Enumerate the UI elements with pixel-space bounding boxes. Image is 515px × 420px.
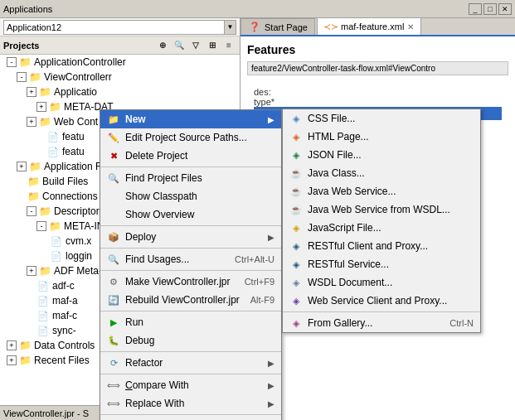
layout-icon[interactable]: ⊞: [205, 38, 220, 53]
file-icon: 📄: [36, 294, 50, 307]
app-dropdown[interactable]: Application12: [3, 20, 225, 35]
find-icon: 🔍: [107, 171, 120, 185]
menu-item-text: Make ViewController.jpr: [125, 276, 240, 287]
expand-icon[interactable]: -: [27, 206, 36, 216]
close-button[interactable]: ✕: [498, 3, 512, 15]
new-submenu: ◈ CSS File... ◈ HTML Page... ◈ JSON File…: [282, 109, 481, 333]
new-project-icon[interactable]: ⊕: [155, 38, 170, 53]
menu-item-show-classpath[interactable]: Show Classpath: [100, 187, 281, 205]
menu-item-text: From Gallery...: [308, 317, 445, 329]
menu-item-text: WSDL Document...: [308, 277, 474, 288]
compare-icon: ⟺: [107, 379, 120, 392]
more-icon[interactable]: ≡: [221, 38, 236, 53]
tree-item-label: Data Controls: [34, 340, 95, 351]
submenu-item-json[interactable]: ◈ JSON File...: [283, 146, 480, 164]
expand-icon[interactable]: +: [27, 266, 36, 276]
tree-item-label: loggin: [66, 250, 92, 262]
folder-icon: 📁: [18, 339, 32, 352]
menu-separator: [100, 270, 281, 271]
expand-icon[interactable]: -: [17, 72, 27, 82]
tree-item-label: maf-c: [52, 310, 77, 321]
context-menu-container: 📁 New ▶ ✏️ Edit Project Source Paths... …: [100, 109, 282, 420]
submenu-item-rest-service[interactable]: ◈ RESTful Service...: [283, 255, 480, 273]
submenu-item-rest-client[interactable]: ◈ RESTful Client and Proxy...: [283, 237, 480, 255]
app-dropdown-arrow[interactable]: ▼: [225, 20, 236, 35]
tree-item-label: cvm.x: [66, 235, 91, 247]
menu-item-text: Compare With: [125, 379, 263, 391]
submenu-item-html[interactable]: ◈ HTML Page...: [283, 128, 480, 146]
folder-icon: 📁: [38, 85, 51, 99]
submenu-item-java-ws-wsdl[interactable]: ☕ Java Web Service from WSDL...: [283, 200, 480, 219]
menu-item-compare-with[interactable]: ⟺ Compare With ▶: [100, 376, 281, 394]
menu-item-make[interactable]: ⚙ Make ViewController.jpr Ctrl+F9: [100, 273, 281, 291]
context-menu: 📁 New ▶ ✏️ Edit Project Source Paths... …: [100, 109, 282, 420]
menu-item-find-files[interactable]: 🔍 Find Project Files: [100, 169, 281, 187]
search-icon[interactable]: 🔍: [172, 38, 187, 53]
submenu-arrow-icon: ▶: [268, 115, 275, 124]
ws-client-icon: ◈: [289, 294, 303, 307]
menu-item-project-properties[interactable]: 🔧 Project Properties...: [100, 417, 281, 420]
menu-item-text: Java Web Service from WSDL...: [308, 204, 474, 215]
menu-item-show-overview[interactable]: Show Overview: [100, 205, 281, 224]
js-icon: ◈: [289, 221, 303, 234]
menu-item-edit-paths[interactable]: ✏️ Edit Project Source Paths...: [100, 128, 281, 147]
gallery-icon: ◈: [289, 316, 303, 330]
tree-item[interactable]: - 📁 ViewControllerr: [0, 70, 240, 84]
expand-icon[interactable]: +: [27, 87, 36, 97]
folder-icon: 📁: [28, 70, 41, 84]
expand-icon[interactable]: -: [7, 57, 17, 67]
folder-icon: 📁: [18, 354, 32, 367]
refactor-icon: ⟳: [107, 356, 120, 369]
replace-icon: ⟺: [107, 397, 120, 410]
submenu-item-css[interactable]: ◈ CSS File...: [283, 109, 480, 128]
label-type: type*: [254, 97, 502, 107]
menu-item-replace-with[interactable]: ⟺ Replace With ▶: [100, 394, 281, 413]
menu-item-refactor[interactable]: ⟳ Refactor ▶: [100, 354, 281, 372]
submenu-arrow-icon: ▶: [268, 399, 275, 408]
submenu-item-wsdl[interactable]: ◈ WSDL Document...: [283, 273, 480, 292]
menu-item-text: Delete Project: [125, 150, 275, 162]
tab-maf-feature[interactable]: ≺≻ maf-feature.xml ✕: [317, 17, 421, 35]
delete-icon: ✖: [107, 149, 120, 162]
menu-item-text: RESTful Client and Proxy...: [308, 240, 474, 252]
tree-item-label: ApplicationController: [34, 56, 126, 68]
menu-item-run[interactable]: ▶ Run: [100, 313, 281, 331]
submenu-item-ws-client[interactable]: ◈ Web Service Client and Proxy...: [283, 292, 480, 310]
menu-item-rebuild[interactable]: 🔄 Rebuild ViewController.jpr Alt-F9: [100, 291, 281, 309]
deploy-icon: 📦: [107, 230, 120, 244]
expand-icon[interactable]: +: [7, 340, 17, 350]
menu-item-delete[interactable]: ✖ Delete Project: [100, 147, 281, 165]
submenu-item-gallery[interactable]: ◈ From Gallery... Ctrl-N: [283, 314, 480, 332]
java-class-icon: ☕: [289, 167, 303, 180]
minimize-button[interactable]: _: [469, 3, 482, 15]
menu-shortcut: Ctrl+F9: [245, 277, 275, 287]
submenu-arrow-icon: ▶: [268, 233, 275, 242]
tree-item-label: Web Cont: [54, 116, 98, 128]
expand-icon[interactable]: -: [36, 221, 46, 231]
menu-item-text: CSS File...: [308, 113, 474, 124]
submenu-item-java-class[interactable]: ☕ Java Class...: [283, 164, 480, 182]
menu-item-find-usages[interactable]: 🔍 Find Usages... Ctrl+Alt-U: [100, 250, 281, 268]
menu-shortcut: Ctrl+Alt-U: [235, 254, 275, 264]
file-icon: 📄: [50, 249, 63, 263]
maximize-button[interactable]: □: [483, 3, 497, 15]
new-icon: 📁: [107, 113, 120, 126]
menu-item-deploy[interactable]: 📦 Deploy ▶: [100, 228, 281, 246]
tree-item[interactable]: - 📁 ApplicationController: [0, 55, 240, 70]
expand-icon[interactable]: +: [36, 102, 46, 112]
app-dropdown-value: Application12: [7, 22, 61, 32]
submenu-item-java-ws[interactable]: ☕ Java Web Service...: [283, 182, 480, 200]
submenu-item-js[interactable]: ◈ JavaScript File...: [283, 219, 480, 237]
expand-icon[interactable]: +: [7, 355, 17, 365]
expand-icon[interactable]: +: [27, 117, 36, 127]
json-icon: ◈: [289, 148, 303, 162]
menu-item-text: Edit Project Source Paths...: [125, 132, 275, 143]
filter-icon[interactable]: ▽: [188, 38, 203, 53]
menu-item-new[interactable]: 📁 New ▶: [100, 110, 281, 128]
expand-icon[interactable]: +: [17, 162, 27, 171]
folder-icon: 📁: [27, 175, 40, 188]
menu-item-debug[interactable]: 🐛 Debug: [100, 331, 281, 350]
tree-item[interactable]: + 📁 Applicatio: [0, 84, 240, 99]
tab-close-icon[interactable]: ✕: [407, 22, 414, 31]
tab-start-page[interactable]: ❓ Start Page: [240, 18, 315, 35]
